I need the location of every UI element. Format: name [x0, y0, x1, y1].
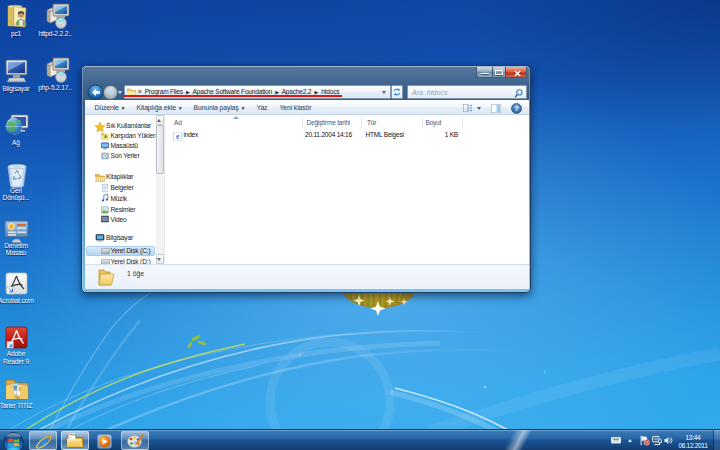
svg-text:?: ? — [514, 104, 519, 113]
